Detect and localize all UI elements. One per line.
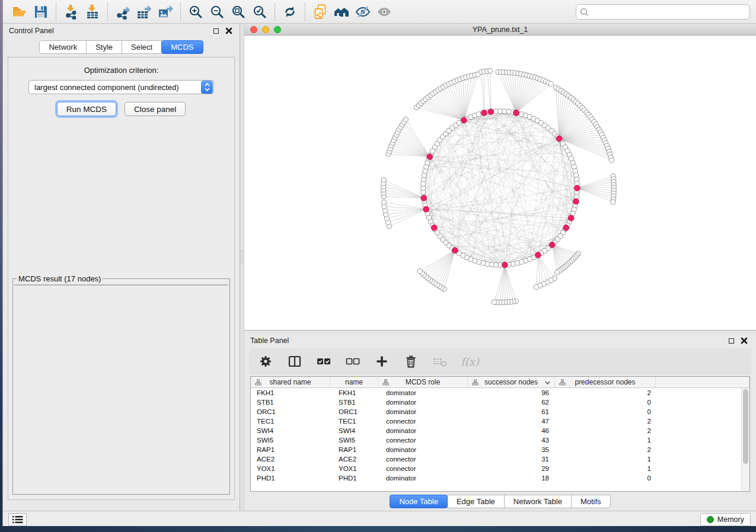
- clear-table-button[interactable]: [432, 353, 448, 370]
- cell-empty: [656, 416, 749, 426]
- table-tab-motifs[interactable]: Motifs: [571, 495, 611, 508]
- duplicate-network-button[interactable]: [310, 2, 331, 21]
- table-row-fkh1[interactable]: FKH1FKH1dominator962: [251, 388, 749, 398]
- column-header-name[interactable]: name: [330, 377, 378, 387]
- close-table-panel-icon[interactable]: [741, 337, 748, 344]
- search-input[interactable]: [576, 4, 750, 20]
- splitter-handle[interactable]: [241, 250, 243, 263]
- table-clear-icon: [432, 354, 448, 368]
- cell: PHD1: [251, 473, 330, 483]
- cell: 2: [555, 388, 656, 398]
- close-panel-button[interactable]: Close panel: [125, 102, 186, 116]
- table-scrollbar[interactable]: [741, 388, 749, 491]
- table-row-orc1[interactable]: ORC1ORC1dominator610: [251, 407, 749, 416]
- table-row-stb1[interactable]: STB1STB1dominator620: [251, 398, 749, 407]
- zoom-fit-icon: [231, 4, 246, 20]
- export-image-icon: [158, 4, 173, 20]
- zoom-fit-button[interactable]: [228, 2, 249, 21]
- cell: 62: [468, 398, 555, 407]
- cell: 31: [468, 454, 555, 464]
- cell: STB1: [251, 398, 330, 407]
- table-tab-node-table[interactable]: Node Table: [390, 495, 448, 508]
- control-panel: Control Panel NetworkStyleSelectMCDS: [3, 24, 240, 511]
- zoom-out-button[interactable]: [206, 2, 228, 21]
- cell-empty: [656, 473, 749, 483]
- table-tab-network-table[interactable]: Network Table: [504, 495, 572, 508]
- network-svg[interactable]: [244, 36, 756, 330]
- task-history-button[interactable]: [8, 513, 27, 526]
- cell-empty: [656, 435, 749, 445]
- save-icon: [33, 4, 49, 20]
- first-neighbors-button[interactable]: [331, 2, 352, 21]
- zoom-out-icon: [209, 4, 225, 20]
- cell: ORC1: [330, 407, 378, 416]
- export-image-button[interactable]: [155, 2, 176, 21]
- refresh-icon: [282, 4, 298, 20]
- show-all-button[interactable]: [374, 2, 395, 21]
- table-row-swi5[interactable]: SWI5SWI5connector431: [251, 435, 749, 445]
- import-network-button[interactable]: [60, 2, 82, 21]
- function-builder-button[interactable]: f(x): [461, 353, 479, 370]
- desktop-wallpaper-strip: [0, 526, 756, 532]
- tab-select[interactable]: Select: [122, 40, 162, 54]
- optimization-criterion-dropdown[interactable]: largest connected component (undirected): [28, 80, 214, 94]
- zoom-selected-button[interactable]: [249, 2, 270, 21]
- add-column-button[interactable]: [374, 353, 390, 370]
- mcds-result-group: MCDS result (17 nodes) PHD1CAR1STP4TID3Y…: [12, 274, 230, 495]
- open-file-button[interactable]: [9, 2, 30, 21]
- search-field-wrap: [576, 4, 750, 20]
- trash-icon: [404, 354, 418, 368]
- vertical-splitter[interactable]: [240, 24, 244, 511]
- status-bar: Memory: [3, 511, 756, 527]
- table-row-yox1[interactable]: YOX1YOX1connector291: [251, 464, 749, 473]
- tab-network[interactable]: Network: [39, 40, 87, 54]
- save-session-button[interactable]: [30, 2, 52, 21]
- refresh-view-button[interactable]: [279, 2, 301, 21]
- cell: SWI5: [330, 435, 378, 445]
- table-row-tec1[interactable]: TEC1TEC1connector472: [251, 416, 749, 426]
- table-row-ace2[interactable]: ACE2ACE2connector311: [251, 454, 749, 464]
- zoom-in-button[interactable]: [185, 2, 206, 21]
- run-mcds-button[interactable]: Run MCDS: [57, 102, 116, 116]
- cell: connector: [378, 416, 468, 426]
- hide-selected-button[interactable]: [352, 2, 374, 21]
- cell: 0: [555, 407, 656, 416]
- deselect-all-button[interactable]: [344, 353, 361, 370]
- network-title: YPA_prune.txt_1: [244, 25, 756, 34]
- checked-boxes-icon: [316, 354, 331, 368]
- zoom-selected-icon: [252, 4, 267, 20]
- main-area: Control Panel NetworkStyleSelectMCDS: [3, 24, 756, 511]
- select-all-button[interactable]: [315, 353, 332, 370]
- export-network-button[interactable]: [112, 2, 133, 21]
- memory-button[interactable]: Memory: [700, 513, 751, 526]
- control-panel-tab-group: NetworkStyleSelectMCDS: [39, 40, 203, 54]
- column-header-successor-nodes[interactable]: successor nodes: [468, 377, 555, 387]
- float-table-panel-icon[interactable]: [729, 338, 734, 344]
- cell: connector: [378, 435, 468, 445]
- table-row-rap1[interactable]: RAP1RAP1dominator352: [251, 445, 749, 454]
- table-tab-edge-table[interactable]: Edge Table: [447, 495, 505, 508]
- delete-column-button[interactable]: [403, 353, 419, 370]
- tab-style[interactable]: Style: [86, 40, 122, 54]
- import-table-button[interactable]: [82, 2, 103, 21]
- tab-mcds[interactable]: MCDS: [161, 40, 203, 54]
- cell: dominator: [378, 426, 468, 435]
- table-row-swi4[interactable]: SWI4SWI4dominator462: [251, 426, 749, 435]
- export-table-button[interactable]: [133, 2, 155, 21]
- column-header-mcds-role[interactable]: MCDS role: [378, 377, 468, 387]
- table-scrollbar-thumb[interactable]: [743, 389, 748, 464]
- float-panel-icon[interactable]: [213, 28, 219, 34]
- close-panel-icon[interactable]: [225, 27, 232, 34]
- table-panel-title: Table Panel: [250, 336, 289, 345]
- table-row-phd1[interactable]: PHD1PHD1dominator180: [251, 473, 749, 483]
- cell-empty: [656, 388, 749, 398]
- cell: dominator: [378, 473, 468, 483]
- mcds-result-list: PHD1CAR1STP4TID3YOX1SWI4SRD1PMA2FKH1ACE2…: [15, 285, 219, 286]
- column-header-predecessor-nodes[interactable]: predecessor nodes: [555, 377, 656, 387]
- show-columns-button[interactable]: [286, 353, 303, 370]
- table-settings-button[interactable]: [257, 353, 274, 370]
- cell: dominator: [378, 445, 468, 454]
- eye-slash-icon: [355, 4, 371, 20]
- network-canvas[interactable]: [244, 36, 756, 330]
- column-header-shared-name[interactable]: shared name: [251, 377, 330, 387]
